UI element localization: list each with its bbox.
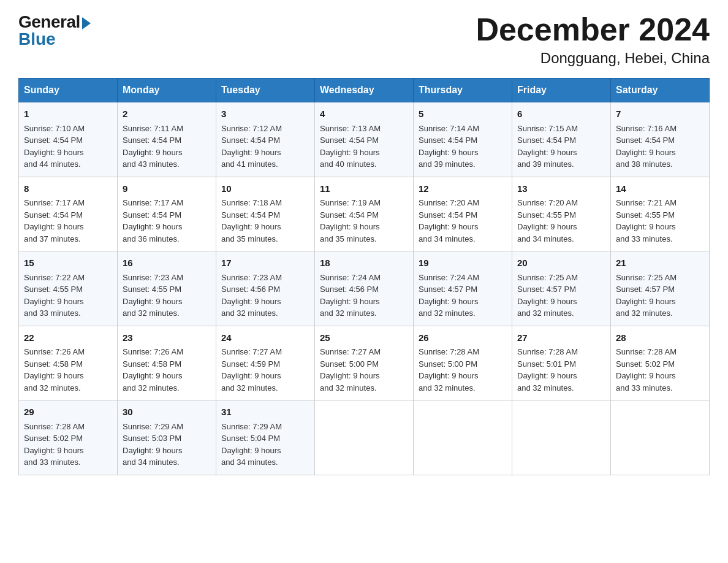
day-info: Sunrise: 7:23 AMSunset: 4:55 PMDaylight:… [123,273,183,318]
calendar-cell: 13Sunrise: 7:20 AMSunset: 4:55 PMDayligh… [512,177,611,251]
calendar-cell: 31Sunrise: 7:29 AMSunset: 5:04 PMDayligh… [216,400,315,475]
day-info: Sunrise: 7:28 AMSunset: 5:00 PMDaylight:… [419,347,479,393]
day-info: Sunrise: 7:14 AMSunset: 4:54 PMDaylight:… [419,124,479,169]
calendar-cell: 18Sunrise: 7:24 AMSunset: 4:56 PMDayligh… [315,251,414,326]
day-number: 9 [123,182,211,196]
day-info: Sunrise: 7:24 AMSunset: 4:56 PMDaylight:… [320,273,381,318]
day-info: Sunrise: 7:26 AMSunset: 4:58 PMDaylight:… [24,347,85,393]
day-number: 23 [123,331,211,345]
logo: General Blue [18,12,91,49]
day-info: Sunrise: 7:19 AMSunset: 4:54 PMDaylight:… [320,198,381,243]
day-info: Sunrise: 7:12 AMSunset: 4:54 PMDaylight:… [221,124,282,169]
day-info: Sunrise: 7:20 AMSunset: 4:54 PMDaylight:… [419,198,479,243]
weekday-header-saturday: Saturday [611,79,710,102]
day-number: 4 [320,107,408,121]
day-info: Sunrise: 7:24 AMSunset: 4:57 PMDaylight:… [419,273,479,318]
calendar-cell: 27Sunrise: 7:28 AMSunset: 5:01 PMDayligh… [512,326,611,400]
day-info: Sunrise: 7:27 AMSunset: 4:59 PMDaylight:… [221,347,282,393]
day-number: 11 [320,182,408,196]
day-number: 14 [616,182,704,196]
calendar-cell: 20Sunrise: 7:25 AMSunset: 4:57 PMDayligh… [512,251,611,326]
day-number: 3 [221,107,309,121]
calendar-cell: 29Sunrise: 7:28 AMSunset: 5:02 PMDayligh… [19,400,118,475]
day-number: 15 [24,256,112,270]
day-info: Sunrise: 7:20 AMSunset: 4:55 PMDaylight:… [517,198,578,243]
day-info: Sunrise: 7:26 AMSunset: 4:58 PMDaylight:… [123,347,183,393]
calendar-cell: 4Sunrise: 7:13 AMSunset: 4:54 PMDaylight… [315,102,414,177]
day-number: 2 [123,107,211,121]
day-number: 1 [24,107,112,121]
day-number: 5 [419,107,507,121]
day-info: Sunrise: 7:28 AMSunset: 5:02 PMDaylight:… [616,347,677,393]
day-number: 16 [123,256,211,270]
logo-arrow-icon [82,17,91,29]
day-info: Sunrise: 7:23 AMSunset: 4:56 PMDaylight:… [221,273,282,318]
day-number: 20 [517,256,605,270]
calendar-cell: 22Sunrise: 7:26 AMSunset: 4:58 PMDayligh… [19,326,118,400]
day-number: 31 [221,405,309,419]
day-number: 27 [517,331,605,345]
logo-blue-text: Blue [18,29,56,49]
day-number: 13 [517,182,605,196]
day-info: Sunrise: 7:28 AMSunset: 5:02 PMDaylight:… [24,422,85,467]
calendar-cell: 19Sunrise: 7:24 AMSunset: 4:57 PMDayligh… [414,251,512,326]
calendar-cell: 11Sunrise: 7:19 AMSunset: 4:54 PMDayligh… [315,177,414,251]
calendar-cell: 24Sunrise: 7:27 AMSunset: 4:59 PMDayligh… [216,326,315,400]
calendar-cell: 10Sunrise: 7:18 AMSunset: 4:54 PMDayligh… [216,177,315,251]
calendar-cell: 7Sunrise: 7:16 AMSunset: 4:54 PMDaylight… [611,102,710,177]
calendar-cell [512,400,611,475]
day-number: 28 [616,331,704,345]
weekday-header-thursday: Thursday [414,79,512,102]
day-info: Sunrise: 7:10 AMSunset: 4:54 PMDaylight:… [24,124,85,169]
calendar-cell: 26Sunrise: 7:28 AMSunset: 5:00 PMDayligh… [414,326,512,400]
calendar-cell: 5Sunrise: 7:14 AMSunset: 4:54 PMDaylight… [414,102,512,177]
day-number: 10 [221,182,309,196]
day-info: Sunrise: 7:27 AMSunset: 5:00 PMDaylight:… [320,347,381,393]
calendar-cell: 16Sunrise: 7:23 AMSunset: 4:55 PMDayligh… [118,251,216,326]
calendar-cell: 30Sunrise: 7:29 AMSunset: 5:03 PMDayligh… [118,400,216,475]
day-info: Sunrise: 7:22 AMSunset: 4:55 PMDaylight:… [24,273,85,318]
page-header: General Blue December 2024 Dongguang, He… [18,12,710,67]
weekday-header-row: SundayMondayTuesdayWednesdayThursdayFrid… [19,79,710,102]
day-info: Sunrise: 7:11 AMSunset: 4:54 PMDaylight:… [123,124,183,169]
calendar-cell [315,400,414,475]
day-info: Sunrise: 7:29 AMSunset: 5:04 PMDaylight:… [221,422,282,467]
day-info: Sunrise: 7:17 AMSunset: 4:54 PMDaylight:… [123,198,183,243]
calendar-week-row: 29Sunrise: 7:28 AMSunset: 5:02 PMDayligh… [19,400,710,475]
day-number: 29 [24,405,112,419]
day-number: 22 [24,331,112,345]
weekday-header-tuesday: Tuesday [216,79,315,102]
calendar-cell [414,400,512,475]
month-title: December 2024 [476,12,710,47]
day-info: Sunrise: 7:17 AMSunset: 4:54 PMDaylight:… [24,198,85,243]
weekday-header-sunday: Sunday [19,79,118,102]
day-number: 6 [517,107,605,121]
day-info: Sunrise: 7:18 AMSunset: 4:54 PMDaylight:… [221,198,282,243]
day-info: Sunrise: 7:25 AMSunset: 4:57 PMDaylight:… [517,273,578,318]
day-info: Sunrise: 7:16 AMSunset: 4:54 PMDaylight:… [616,124,677,169]
calendar-cell [611,400,710,475]
calendar-cell: 6Sunrise: 7:15 AMSunset: 4:54 PMDaylight… [512,102,611,177]
calendar-cell: 14Sunrise: 7:21 AMSunset: 4:55 PMDayligh… [611,177,710,251]
calendar-cell: 17Sunrise: 7:23 AMSunset: 4:56 PMDayligh… [216,251,315,326]
day-info: Sunrise: 7:28 AMSunset: 5:01 PMDaylight:… [517,347,578,393]
weekday-header-wednesday: Wednesday [315,79,414,102]
calendar-cell: 9Sunrise: 7:17 AMSunset: 4:54 PMDaylight… [118,177,216,251]
day-number: 7 [616,107,704,121]
calendar-cell: 21Sunrise: 7:25 AMSunset: 4:57 PMDayligh… [611,251,710,326]
day-info: Sunrise: 7:21 AMSunset: 4:55 PMDaylight:… [616,198,677,243]
calendar-week-row: 1Sunrise: 7:10 AMSunset: 4:54 PMDaylight… [19,102,710,177]
calendar-cell: 28Sunrise: 7:28 AMSunset: 5:02 PMDayligh… [611,326,710,400]
calendar-cell: 3Sunrise: 7:12 AMSunset: 4:54 PMDaylight… [216,102,315,177]
day-number: 21 [616,256,704,270]
calendar-cell: 12Sunrise: 7:20 AMSunset: 4:54 PMDayligh… [414,177,512,251]
calendar-cell: 1Sunrise: 7:10 AMSunset: 4:54 PMDaylight… [19,102,118,177]
day-number: 30 [123,405,211,419]
day-number: 25 [320,331,408,345]
location-title: Dongguang, Hebei, China [476,50,710,67]
day-number: 19 [419,256,507,270]
calendar-cell: 25Sunrise: 7:27 AMSunset: 5:00 PMDayligh… [315,326,414,400]
title-block: December 2024 Dongguang, Hebei, China [476,12,710,67]
calendar-week-row: 8Sunrise: 7:17 AMSunset: 4:54 PMDaylight… [19,177,710,251]
weekday-header-monday: Monday [118,79,216,102]
